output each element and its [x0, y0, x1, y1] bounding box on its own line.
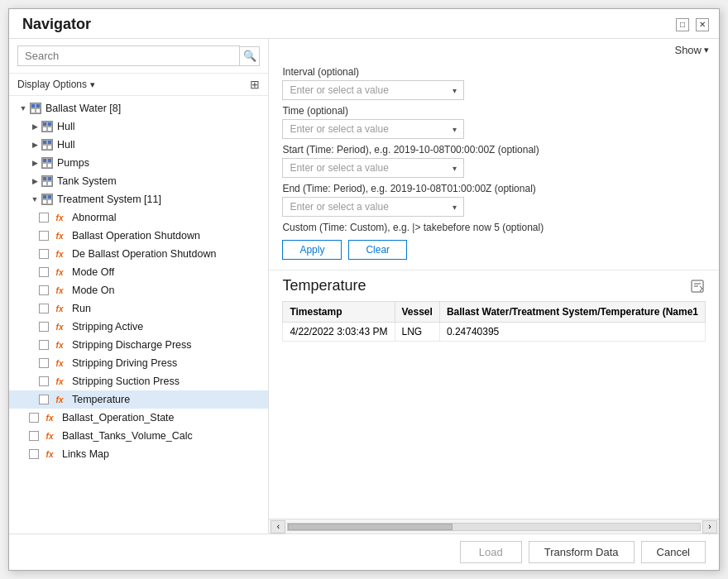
- checkbox-ballast-op-state[interactable]: [29, 413, 39, 423]
- tree-item-ballast-op-shutdown[interactable]: fx Ballast Operation Shutdown: [9, 227, 268, 245]
- fx-icon-ballast-tanks-vol: fx: [43, 429, 56, 443]
- expand-hull-1[interactable]: ▶: [29, 121, 41, 132]
- expand-tank-system[interactable]: ▶: [29, 175, 41, 187]
- tree-item-stripping-active[interactable]: fx Stripping Active: [9, 318, 268, 336]
- interval-filter-row: Interval (optional) Enter or select a va…: [282, 66, 706, 100]
- minimize-button[interactable]: □: [676, 18, 689, 31]
- cancel-button[interactable]: Cancel: [641, 541, 706, 563]
- tree-panel[interactable]: ▼ Ballast Water [8] ▶: [9, 96, 268, 534]
- checkbox-stripping-suction-press[interactable]: [39, 376, 49, 386]
- scroll-left-button[interactable]: ‹: [271, 520, 285, 534]
- tree-item-run[interactable]: fx Run: [9, 299, 268, 318]
- table-icon-treatment-system: [41, 193, 54, 206]
- custom-label: Custom (Time: Custom), e.g. |> takebefor…: [282, 222, 706, 233]
- checkbox-stripping-driving-press[interactable]: [39, 358, 49, 368]
- search-button[interactable]: 🔍: [240, 46, 260, 66]
- run-label: Run: [72, 303, 91, 314]
- tree-item-ballast-tanks-vol[interactable]: fx Ballast_Tanks_Volume_Calc: [9, 427, 268, 445]
- fx-icon-run: fx: [53, 302, 66, 315]
- show-button[interactable]: Show: [674, 44, 709, 56]
- tree-item-pumps[interactable]: ▶ Pumps: [9, 154, 268, 172]
- tree-item-ballast-op-state[interactable]: fx Ballast_Operation_State: [9, 409, 268, 427]
- checkbox-stripping-active[interactable]: [39, 322, 49, 332]
- table-icon-hull-2: [41, 138, 54, 151]
- left-panel: 🔍 Display Options ⊞ ▼: [9, 39, 269, 534]
- fx-icon-mode-on: fx: [53, 284, 66, 297]
- fx-icon-abnormal: fx: [53, 211, 66, 224]
- stripping-discharge-press-label: Stripping Discharge Press: [72, 339, 192, 351]
- hull-2-label: Hull: [57, 139, 75, 151]
- time-select[interactable]: Enter or select a value ▾: [282, 119, 464, 139]
- tree-item-ballast-water[interactable]: ▼ Ballast Water [8]: [9, 99, 268, 117]
- table-settings-icon[interactable]: ⊞: [250, 78, 260, 91]
- main-content: 🔍 Display Options ⊞ ▼: [9, 39, 719, 534]
- data-area: Temperature Timesta: [269, 270, 719, 519]
- start-select-text: Enter or select a value: [290, 162, 388, 174]
- tree-item-mode-off[interactable]: fx Mode Off: [9, 263, 268, 281]
- load-button[interactable]: Load: [460, 541, 522, 563]
- checkbox-abnormal[interactable]: [39, 213, 49, 223]
- tree-item-links-map[interactable]: fx Links Map: [9, 445, 268, 463]
- title-bar: Navigator □ ✕: [9, 9, 719, 39]
- treatment-system-label: Treatment System [11]: [57, 194, 161, 205]
- checkbox-ballast-tanks-vol[interactable]: [29, 431, 39, 441]
- cell-vessel: LNG: [395, 323, 439, 342]
- search-input[interactable]: [17, 45, 240, 66]
- transform-button[interactable]: Transform Data: [529, 541, 635, 563]
- tank-system-label: Tank System: [57, 175, 117, 187]
- tree-item-abnormal[interactable]: fx Abnormal: [9, 208, 268, 227]
- cell-value: 0.24740395: [439, 323, 705, 342]
- checkbox-run[interactable]: [39, 304, 49, 313]
- ballast-water-label: Ballast Water [8]: [46, 103, 121, 114]
- end-label: End (Time: Period), e.g. 2019-10-08T01:0…: [282, 183, 706, 194]
- clear-button[interactable]: Clear: [348, 240, 407, 260]
- expand-pumps[interactable]: ▶: [29, 157, 41, 169]
- checkbox-de-ballast-op-shutdown[interactable]: [39, 249, 49, 259]
- end-select[interactable]: Enter or select a value ▾: [282, 197, 464, 217]
- scroll-right-button[interactable]: ›: [702, 520, 717, 534]
- export-icon[interactable]: [689, 278, 706, 294]
- checkbox-mode-off[interactable]: [39, 267, 49, 277]
- col-vessel: Vessel: [395, 302, 439, 323]
- show-bar: Show: [269, 39, 719, 60]
- fx-icon-temperature: fx: [53, 393, 66, 406]
- start-select[interactable]: Enter or select a value ▾: [282, 158, 464, 178]
- expand-ballast-water[interactable]: ▼: [17, 103, 29, 114]
- ballast-tanks-vol-label: Ballast_Tanks_Volume_Calc: [62, 430, 193, 442]
- tree-item-mode-on[interactable]: fx Mode On: [9, 281, 268, 299]
- time-label: Time (optional): [282, 105, 706, 117]
- stripping-driving-press-label: Stripping Driving Press: [72, 357, 177, 369]
- table-row: 4/22/2022 3:03:43 PM LNG 0.24740395: [283, 323, 706, 342]
- tree-item-hull-1[interactable]: ▶ Hull: [9, 117, 268, 136]
- checkbox-mode-on[interactable]: [39, 285, 49, 295]
- horizontal-scrollbar: ‹ ›: [269, 519, 719, 534]
- tree-item-treatment-system[interactable]: ▼ Treatment System [11]: [9, 190, 268, 208]
- fx-icon-mode-off: fx: [53, 266, 66, 279]
- tree-item-stripping-driving-press[interactable]: fx Stripping Driving Press: [9, 354, 268, 372]
- window-controls: □ ✕: [676, 18, 709, 31]
- checkbox-stripping-discharge-press[interactable]: [39, 340, 49, 350]
- right-panel: Show Interval (optional) Enter or select…: [269, 39, 719, 534]
- expand-hull-2[interactable]: ▶: [29, 139, 41, 151]
- scroll-thumb[interactable]: [288, 524, 453, 530]
- tree-item-stripping-suction-press[interactable]: fx Stripping Suction Press: [9, 372, 268, 390]
- interval-select[interactable]: Enter or select a value ▾: [282, 80, 464, 100]
- checkbox-links-map[interactable]: [29, 449, 39, 459]
- display-options-button[interactable]: Display Options: [17, 79, 95, 90]
- tree-item-de-ballast-op-shutdown[interactable]: fx De Ballast Operation Shutdown: [9, 245, 268, 263]
- interval-select-text: Enter or select a value: [290, 84, 388, 96]
- checkbox-temperature[interactable]: [39, 395, 49, 404]
- tree-item-tank-system[interactable]: ▶ Tank System: [9, 172, 268, 190]
- bottom-bar: Load Transform Data Cancel: [9, 534, 719, 570]
- hull-1-label: Hull: [57, 121, 75, 132]
- close-button[interactable]: ✕: [696, 18, 709, 31]
- checkbox-ballast-op-shutdown[interactable]: [39, 231, 49, 241]
- expand-treatment-system[interactable]: ▼: [29, 194, 41, 205]
- tree-item-hull-2[interactable]: ▶ Hull: [9, 136, 268, 154]
- apply-button[interactable]: Apply: [282, 240, 342, 260]
- col-value: Ballast Water/Treatment System/Temperatu…: [439, 302, 705, 323]
- tree-item-stripping-discharge-press[interactable]: fx Stripping Discharge Press: [9, 336, 268, 354]
- ballast-op-shutdown-label: Ballast Operation Shutdown: [72, 230, 200, 242]
- tree-item-temperature[interactable]: fx Temperature: [9, 390, 268, 409]
- scroll-track[interactable]: [287, 523, 701, 531]
